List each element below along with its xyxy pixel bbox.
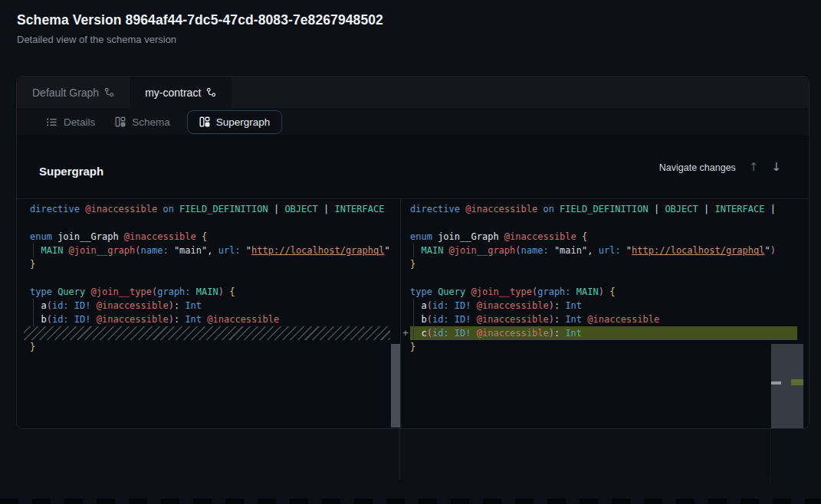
- variant-tab-label: Default Graph: [32, 87, 99, 99]
- diff-pane-modified: directive @inaccessible on FIELD_DEFINIT…: [410, 199, 797, 429]
- tab-schema[interactable]: Schema: [115, 116, 170, 128]
- view-tab-label: Supergraph: [216, 116, 271, 128]
- schema-version-page: Schema Version 8964af44-7dc5-47cd-8083-7…: [0, 0, 821, 504]
- schema-icon: [115, 116, 126, 127]
- code-line: [24, 271, 390, 285]
- code-line: MAIN @join__graph(name: "main", url: "ht…: [410, 244, 797, 257]
- code-line: type Query @join__type(graph: MAIN) {: [410, 285, 797, 299]
- code-line: directive @inaccessible on FIELD_DEFINIT…: [24, 202, 390, 216]
- variant-tab-bar: Default Graph my-contract: [17, 77, 809, 108]
- view-tab-label: Details: [64, 116, 95, 128]
- navigate-previous-button[interactable]: ↑: [749, 162, 759, 173]
- minimap-position-marker: [771, 381, 781, 385]
- code-line: a(id: ID! @inaccessible): Int: [410, 299, 797, 313]
- diff-placeholder-row: [24, 326, 390, 340]
- code-line: enum join__Graph @inaccessible {: [24, 230, 390, 244]
- minimap-slider[interactable]: [771, 344, 803, 428]
- code-line: b(id: ID! @inaccessible): Int @inaccessi…: [24, 313, 390, 326]
- code-line: }: [410, 340, 797, 354]
- indent-guide: [413, 244, 414, 257]
- left-scrollbar-thumb[interactable]: [391, 344, 400, 427]
- code-line: directive @inaccessible on FIELD_DEFINIT…: [410, 202, 797, 216]
- list-icon: [46, 116, 57, 128]
- indent-guide: [33, 299, 34, 326]
- panel-title: Supergraph: [39, 165, 103, 178]
- view-tab-label: Schema: [132, 116, 170, 128]
- supergraph-diff-editor: directive @inaccessible on FIELD_DEFINIT…: [17, 199, 810, 429]
- page-title: Schema Version 8964af44-7dc5-47cd-8083-7…: [17, 12, 383, 28]
- indent-guide: [33, 244, 34, 257]
- diff-pane-original: directive @inaccessible on FIELD_DEFINIT…: [24, 199, 390, 429]
- code-line: }: [24, 257, 390, 271]
- code-link[interactable]: http://localhost/graphql: [251, 245, 384, 256]
- tab-default-graph[interactable]: Default Graph: [17, 77, 130, 108]
- schema-icon: [199, 116, 210, 127]
- tab-my-contract[interactable]: my-contract: [130, 77, 232, 108]
- minimap-extension: [777, 429, 802, 481]
- navigate-changes-controls: Navigate changes ↑ ↓: [659, 162, 781, 173]
- tab-details[interactable]: Details: [46, 116, 95, 128]
- code-line: enum join__Graph @inaccessible {: [410, 230, 797, 244]
- view-tab-bar: Details Schema Supergraph: [17, 108, 809, 136]
- scrollbar-line-extension: [770, 429, 770, 481]
- code-line: type Query @join__type(graph: MAIN) {: [24, 285, 390, 299]
- schema-version-card: Default Graph my-contract Details: [16, 76, 810, 429]
- diff-editor-sash[interactable]: [400, 199, 401, 429]
- variant-icon: [104, 87, 114, 97]
- code-line: [410, 216, 797, 230]
- code-line: MAIN @join__graph(name: "main", url: "ht…: [24, 244, 390, 257]
- code-line: a(id: ID! @inaccessible): Int: [24, 299, 390, 313]
- tab-supergraph[interactable]: Supergraph: [187, 110, 283, 134]
- code-line: [410, 271, 797, 285]
- minimap-added-marker: [791, 379, 803, 385]
- code-line: }: [24, 340, 390, 354]
- code-line: }: [410, 257, 797, 271]
- bottom-hatch-strip: [0, 499, 821, 504]
- indent-guide: [413, 299, 414, 340]
- diff-added-line: c(id: ID! @inaccessible): Int: [410, 326, 797, 340]
- diff-added-marker: +: [400, 326, 411, 340]
- variant-tab-label: my-contract: [145, 87, 201, 99]
- sash-extension: [399, 429, 400, 479]
- page-subtitle: Detailed view of the schema version: [17, 34, 176, 45]
- navigate-next-button[interactable]: ↓: [771, 162, 781, 173]
- variant-icon: [206, 87, 216, 97]
- code-line: b(id: ID! @inaccessible): Int @inaccessi…: [410, 313, 797, 326]
- navigate-changes-label: Navigate changes: [659, 162, 736, 173]
- code-link[interactable]: http://localhost/graphql: [632, 245, 764, 256]
- code-line: [24, 216, 390, 230]
